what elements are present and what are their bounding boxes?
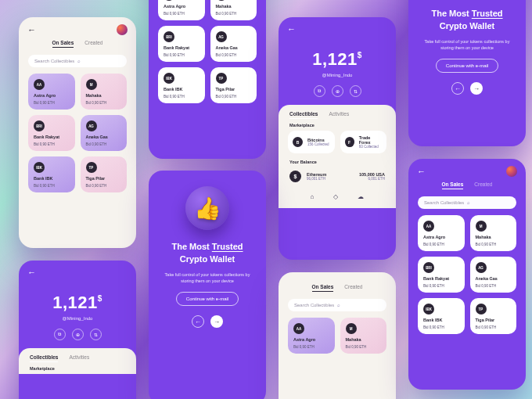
search-placeholder: Search Collectibles <box>34 59 77 63</box>
collectible-tile[interactable]: IBKBank IBKBid 0,90 ETH <box>158 67 205 103</box>
nav-explore-icon[interactable]: ◇ <box>333 193 338 200</box>
collectible-tile[interactable]: MMahakaBid 0,90 ETH <box>340 318 387 354</box>
collectible-tile[interactable]: TPTiga PilarBid 0,90 ETH <box>81 156 128 192</box>
prev-button[interactable]: ← <box>451 82 464 95</box>
phone-onboarding-full: 👍 The Most TrustedCrypto Wallet Take ful… <box>149 171 266 399</box>
user-handle: @Mining_Indo <box>279 73 396 77</box>
avatar[interactable] <box>506 166 517 177</box>
collectible-tile[interactable]: BRIBank RakyatBid 0,90 ETH <box>28 115 75 151</box>
phone-wallet-balance-bottom: ← 1,121$ @Mining_Indo ⧉ ⊕ ⇅ Collectibles… <box>19 261 136 399</box>
action-chip-icon[interactable]: ⇅ <box>350 85 361 97</box>
prev-button[interactable]: ← <box>192 315 204 328</box>
asset-row[interactable]: $ Ethereum96,001 ETH 105,000 USA6,001 ET… <box>279 167 396 189</box>
balance-amount: 1,121$ <box>279 38 396 73</box>
action-chip-icon[interactable]: ⊕ <box>72 329 84 340</box>
tab-created[interactable]: Created <box>344 284 362 289</box>
continue-email-button[interactable]: Continue with e-mail <box>176 292 239 306</box>
continue-email-button[interactable]: Continue with e-mail <box>436 59 498 73</box>
phone-marketplace-dark: ← On Sales Created Search Collectibles ⌕… <box>408 159 526 390</box>
search-icon: ⌕ <box>337 303 380 307</box>
marketplace-card[interactable]: FTrade Forex93 Collected <box>340 131 387 153</box>
nav-home-icon[interactable]: ⌂ <box>311 193 315 200</box>
collectible-tile[interactable]: TPTiga PilarBid 0,90 ETH <box>470 298 517 334</box>
collectible-tile[interactable]: AGAneka GasBid 0,90 ETH <box>470 257 517 293</box>
collectible-tile[interactable]: MMahakaBid 0,90 ETH <box>210 0 257 20</box>
collectible-tile[interactable]: MMahakaBid 0,90 ETH <box>81 74 128 110</box>
phone-marketplace-light-bottom: On Sales Created Search Collectibles ⌕ A… <box>279 272 396 399</box>
nav-cloud-icon[interactable]: ☁ <box>358 193 364 200</box>
marketplace-card[interactable]: BBitcoins156 Collected <box>288 131 335 153</box>
thumbs-up-icon: 👍 <box>194 196 221 221</box>
coin-icon: TP <box>86 162 97 173</box>
action-chip-icon[interactable]: ⊕ <box>332 85 343 97</box>
onboard-title: The Most TrustedCrypto Wallet <box>149 241 266 266</box>
next-button[interactable]: → <box>470 82 483 95</box>
collectible-tile[interactable]: TPTiga PilarBid 0,90 ETH <box>210 67 257 103</box>
marketplace-label: Marketplace <box>279 121 396 131</box>
coin-icon: AA <box>34 79 45 90</box>
asset-icon: $ <box>289 171 301 182</box>
coin-icon: M <box>86 79 97 90</box>
collectible-tile[interactable]: BRIBank RakyatBid 0,90 ETH <box>158 26 205 62</box>
tab-activities[interactable]: Activities <box>329 111 349 117</box>
action-chip-icon[interactable]: ⧉ <box>314 85 325 97</box>
collectible-tile[interactable]: AAAstra AgroBid 0,90 ETH <box>28 74 75 110</box>
onboard-subtitle: Take full control of your tokens collect… <box>408 33 526 59</box>
user-handle: @Mining_Indo <box>19 316 136 321</box>
onboard-subtitle: Take full control of your tokens collect… <box>149 266 266 293</box>
tab-collectibles[interactable]: Collectibles <box>30 354 58 360</box>
collectible-tile[interactable]: IBKBank IBKBid 0,90 ETH <box>418 298 465 334</box>
balance-amount: 1,121$ <box>19 282 136 316</box>
coin-icon: IBK <box>34 162 45 173</box>
phone-marketplace-dark-top: AAAstra AgroBid 0,90 ETH MMahakaBid 0,90… <box>149 0 266 159</box>
collectible-tile[interactable]: AAAstra AgroBid 0,90 ETH <box>418 215 465 251</box>
search-input[interactable]: Search Collectibles ⌕ <box>28 55 127 67</box>
collectible-tile[interactable]: AGAneka GasBid 0,90 ETH <box>210 26 257 62</box>
collectible-tile[interactable]: BRIBank RakyatBid 0,90 ETH <box>418 257 465 293</box>
tab-on-sales[interactable]: On Sales <box>442 182 464 187</box>
back-arrow-icon[interactable]: ← <box>27 25 36 34</box>
search-input[interactable]: Search Collectibles ⌕ <box>418 196 516 209</box>
coin-icon: BRI <box>34 120 45 131</box>
onboard-title: The Most TrustedCrypto Wallet <box>408 8 526 33</box>
search-icon: ⌕ <box>467 200 510 205</box>
bottom-sheet: Collectibles Activities Marketplace BBit… <box>279 105 396 208</box>
next-button[interactable]: → <box>210 315 223 328</box>
phone-marketplace-light: ← On Sales Created Search Collectibles ⌕… <box>19 17 136 248</box>
collectible-tile[interactable]: AAAstra AgroBid 0,90 ETH <box>158 0 205 20</box>
action-chip-icon[interactable]: ⧉ <box>54 329 66 340</box>
collectible-tile[interactable]: AAAstra AgroBid 0,90 ETH <box>288 318 335 354</box>
action-chip-icon[interactable]: ⇅ <box>90 329 102 340</box>
tab-on-sales[interactable]: On Sales <box>52 40 74 45</box>
tab-on-sales[interactable]: On Sales <box>312 284 334 289</box>
back-arrow-icon[interactable]: ← <box>287 24 296 34</box>
hero-graphic: 👍 <box>149 171 266 241</box>
your-balance-label: Your Balance <box>279 158 396 167</box>
back-arrow-icon[interactable]: ← <box>417 167 426 176</box>
avatar[interactable] <box>117 24 128 35</box>
back-arrow-icon[interactable]: ← <box>27 268 36 277</box>
tab-activities[interactable]: Activities <box>69 354 89 360</box>
tab-created[interactable]: Created <box>474 182 492 187</box>
search-icon: ⌕ <box>77 59 120 63</box>
phone-wallet-balance: ← 1,121$ @Mining_Indo ⧉ ⊕ ⇅ Collectibles… <box>279 17 396 260</box>
coin-icon: AG <box>86 120 97 131</box>
tab-created[interactable]: Created <box>84 40 102 45</box>
phone-onboarding-top: The Most TrustedCrypto Wallet Take full … <box>408 0 526 146</box>
collectible-tile[interactable]: MMahakaBid 0,90 ETH <box>470 215 517 251</box>
collectible-tile[interactable]: AGAneka GasBid 0,90 ETH <box>81 115 128 151</box>
collectible-tile[interactable]: IBKBank IBKBid 0,90 ETH <box>28 156 75 192</box>
search-input[interactable]: Search Collectibles ⌕ <box>288 299 386 311</box>
tab-collectibles[interactable]: Collectibles <box>289 111 318 117</box>
